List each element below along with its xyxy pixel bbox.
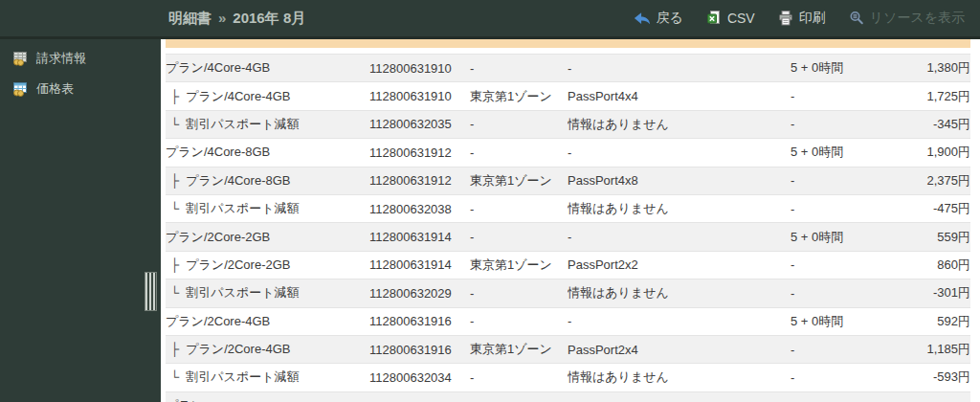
price-cell: 592円 (887, 307, 970, 335)
tree-branch-glyph: └ (166, 117, 179, 131)
csv-file-icon (706, 11, 722, 26)
zone-cell: - (470, 279, 568, 307)
zone-cell: 東京第1ゾーン (470, 251, 568, 279)
table-row: └割引パスポート減額 112800632035 - 情報はありません - -34… (166, 110, 970, 138)
item-name: プラン/4Core-4GB (186, 89, 290, 103)
zone-cell: 東京第1ゾーン (470, 82, 568, 110)
show-resources-button[interactable]: リソースを表示 (849, 10, 965, 27)
price-cell: 1,725円 (887, 82, 970, 110)
option-cell: PassPort4x4 (568, 82, 791, 110)
printer-icon (778, 11, 793, 26)
price-table-icon (11, 81, 29, 97)
item-id-cell: 112800632034 (369, 364, 470, 391)
item-name-cell: └割引パスポート減額 (166, 110, 369, 138)
item-id-cell: 112800631914 (369, 223, 470, 251)
item-name-cell: プラン/4Core-4GB (166, 55, 369, 82)
price-cell: 1,380円 (887, 55, 970, 82)
zone-cell (470, 391, 568, 402)
item-id-cell: 112800632038 (369, 194, 470, 222)
zone-cell: - (470, 223, 568, 251)
breadcrumb-current-month: 2016年 8月 (233, 10, 305, 26)
price-cell (887, 391, 970, 402)
back-button-label: 戻る (657, 10, 683, 27)
table-row: └割引パスポート減額 112800632038 - 情報はありません - -47… (166, 194, 970, 222)
item-name-cell: └割引パスポート減額 (166, 194, 369, 222)
item-name-cell: プラン/2Core-2GB (166, 223, 369, 251)
sidebar-nav: 請求情報 価格表 (0, 43, 161, 104)
print-button[interactable]: 印刷 (778, 10, 826, 27)
csv-button-label: CSV (727, 11, 755, 26)
item-name: 割引パスポート減額 (186, 117, 299, 131)
item-id-cell: 112800631910 (369, 82, 470, 110)
item-name: プラン/4Core-8GB (186, 173, 290, 188)
breadcrumb-section-link[interactable]: 明細書 (168, 10, 212, 26)
hours-cell: 5 + 0時間 (791, 139, 887, 167)
item-name: プラン (166, 398, 204, 402)
price-cell: 2,375円 (887, 167, 970, 194)
hours-cell: - (791, 194, 887, 222)
summary-row-fragment (166, 39, 970, 48)
sidebar-item-price-table[interactable]: 価格表 (0, 74, 161, 104)
hours-cell: - (791, 364, 887, 391)
option-cell: 情報はありません (568, 110, 791, 138)
item-id-cell: 112800631912 (369, 139, 470, 167)
table-row: └割引パスポート減額 112800632029 - 情報はありません - -30… (166, 279, 970, 307)
zone-cell: - (470, 307, 568, 335)
breadcrumb-separator: » (218, 10, 226, 26)
item-id-cell: 112800631912 (369, 167, 470, 194)
header-action-bar: 戻る CSV 印刷 (634, 0, 965, 36)
back-button[interactable]: 戻る (634, 10, 683, 27)
tree-branch-glyph: ├ (166, 89, 179, 103)
item-name: プラン/2Core-2GB (166, 230, 270, 244)
option-cell: 情報はありません (568, 364, 791, 391)
item-id-cell: 112800632029 (369, 279, 470, 307)
item-name: 割引パスポート減額 (186, 369, 299, 384)
item-name-cell: ├プラン/4Core-8GB (166, 167, 369, 194)
hours-cell: 5 + 0時間 (791, 55, 887, 82)
back-arrow-icon (634, 11, 651, 26)
item-name-cell: ├プラン/2Core-4GB (166, 335, 369, 363)
item-name: プラン/4Core-8GB (166, 145, 270, 159)
hours-cell: 5 + 0時間 (791, 307, 887, 335)
panel-resize-grip[interactable] (145, 272, 157, 311)
sidebar-item-billing-info[interactable]: 請求情報 (0, 43, 161, 74)
option-cell: PassPort2x2 (568, 251, 791, 279)
table-row: ├プラン/4Core-8GB 112800631912 東京第1ゾーン Pass… (166, 167, 970, 194)
tree-branch-glyph: ├ (166, 257, 179, 272)
table-row: プラン/2Core-4GB 112800631916 - - 5 + 0時間 5… (166, 307, 970, 335)
sidebar-item-label: 請求情報 (36, 50, 86, 67)
show-resources-label: リソースを表示 (870, 10, 965, 27)
price-cell: -345円 (887, 110, 970, 138)
hours-cell: - (791, 110, 887, 138)
billing-detail-table: プラン/4Core-4GB 112800631910 - - 5 + 0時間 1… (166, 54, 970, 402)
top-header: 明細書»2016年 8月 戻る CSV (0, 0, 980, 39)
zone-cell: 東京第1ゾーン (470, 167, 568, 194)
tree-branch-glyph: └ (166, 369, 179, 384)
hours-cell (791, 391, 887, 402)
option-cell (568, 391, 791, 402)
item-id-cell: 112800631914 (369, 251, 470, 279)
hours-cell: 5 + 0時間 (791, 223, 887, 251)
content-area: プラン/4Core-4GB 112800631910 - - 5 + 0時間 1… (161, 39, 980, 402)
item-name: プラン/2Core-4GB (186, 342, 290, 356)
table-row: ├プラン/4Core-4GB 112800631910 東京第1ゾーン Pass… (166, 82, 970, 110)
zone-cell: - (470, 194, 568, 222)
option-cell: - (568, 55, 791, 82)
magnifier-icon (849, 11, 864, 26)
tree-branch-glyph: └ (166, 285, 179, 300)
billing-info-icon (11, 51, 29, 66)
csv-export-button[interactable]: CSV (706, 11, 755, 26)
item-id-cell: 112800631910 (369, 55, 470, 82)
option-cell: - (568, 223, 791, 251)
breadcrumb: 明細書»2016年 8月 (168, 0, 305, 36)
price-cell: 1,185円 (887, 335, 970, 363)
item-id-cell: 112800631916 (369, 307, 470, 335)
zone-cell: - (470, 364, 568, 391)
item-name-cell: ├プラン/2Core-2GB (166, 251, 369, 279)
option-cell: PassPort4x8 (568, 167, 791, 194)
item-name-cell: └割引パスポート減額 (166, 364, 369, 391)
item-name-cell: プラン (166, 391, 369, 402)
table-row: プラン/4Core-8GB 112800631912 - - 5 + 0時間 1… (166, 139, 970, 167)
hours-cell: - (791, 335, 887, 363)
item-id-cell: 112800632035 (369, 110, 470, 138)
